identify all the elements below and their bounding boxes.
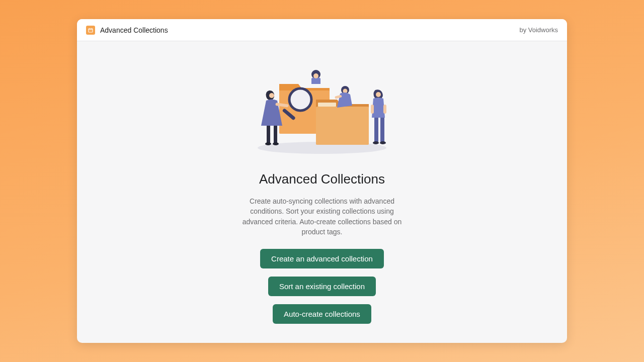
brand: Advanced Collections <box>86 26 168 35</box>
topbar: Advanced Collections by Voidworks <box>77 19 567 41</box>
svg-rect-14 <box>380 118 384 142</box>
svg-point-12 <box>376 92 381 97</box>
button-group: Create an advanced collection Sort an ex… <box>260 249 384 324</box>
svg-rect-21 <box>274 126 277 143</box>
svg-point-23 <box>273 142 279 145</box>
svg-point-15 <box>373 141 379 144</box>
svg-rect-0 <box>89 29 93 32</box>
app-card: Advanced Collections by Voidworks <box>77 19 567 343</box>
svg-rect-17 <box>371 105 374 114</box>
page-description: Create auto-syncing collections with adv… <box>234 196 410 237</box>
main-content: Advanced Collections Create auto-syncing… <box>77 41 567 343</box>
page-title: Advanced Collections <box>259 171 385 187</box>
app-logo-icon <box>86 26 95 35</box>
svg-point-8 <box>313 73 318 78</box>
svg-point-19 <box>269 93 274 98</box>
svg-rect-3 <box>316 107 369 145</box>
sort-existing-collection-button[interactable]: Sort an existing collection <box>268 277 376 296</box>
auto-create-collections-button[interactable]: Auto-create collections <box>273 304 371 324</box>
hero-illustration <box>252 61 392 154</box>
svg-point-22 <box>265 142 271 145</box>
svg-point-16 <box>380 141 386 144</box>
app-title: Advanced Collections <box>100 26 168 34</box>
svg-rect-4 <box>318 103 336 107</box>
create-advanced-collection-button[interactable]: Create an advanced collection <box>260 249 384 268</box>
svg-rect-13 <box>374 118 378 142</box>
svg-point-5 <box>289 88 311 111</box>
svg-rect-18 <box>383 105 386 114</box>
byline-text: by Voidworks <box>519 26 558 34</box>
svg-rect-20 <box>267 126 270 143</box>
